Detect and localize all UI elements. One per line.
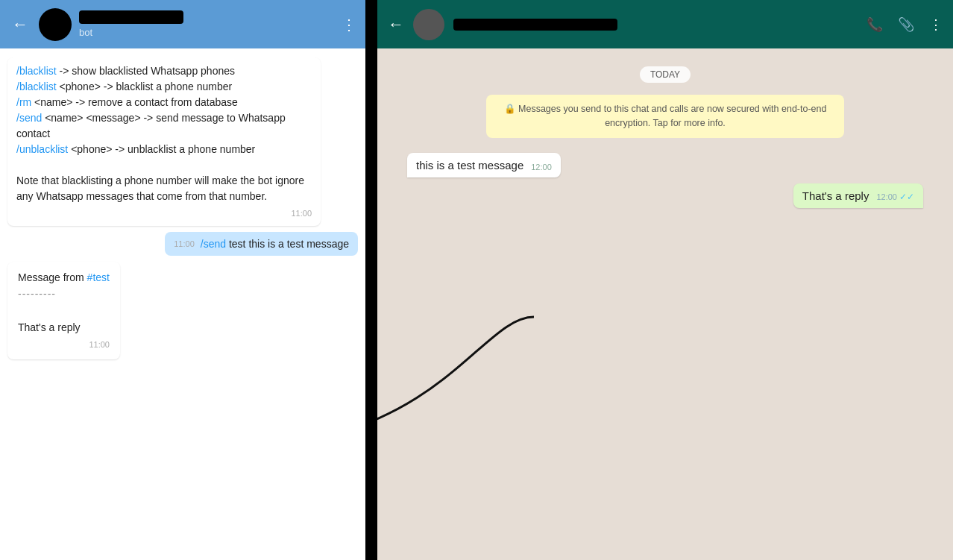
wa-outgoing-time: 12:00 ✓✓ xyxy=(876,192,914,202)
wa-more-options-icon[interactable]: ⋮ xyxy=(929,16,943,33)
send-cmd-part: /send xyxy=(201,238,226,250)
wa-back-button[interactable]: ← xyxy=(388,15,404,34)
from-name: #test xyxy=(87,271,110,283)
left-messages-list: /blacklist -> show blacklisted Whatsapp … xyxy=(0,48,365,560)
wa-incoming-time: 12:00 xyxy=(531,163,552,172)
msg-user-content: /send test this is a test message xyxy=(201,238,349,250)
wa-contact-name-bar xyxy=(453,19,617,31)
cmd-unblacklist: /unblacklist xyxy=(16,143,68,155)
from-prefix: Message from xyxy=(18,271,87,283)
wa-messages-wrapper: TODAY 🔒 Messages you send to this chat a… xyxy=(377,48,953,560)
wa-messages-list: TODAY 🔒 Messages you send to this chat a… xyxy=(377,48,953,560)
help-line-3: /rm <name> -> remove a contact from data… xyxy=(16,95,312,110)
back-button[interactable]: ← xyxy=(9,12,31,37)
help-line-2: /blacklist <phone> -> blacklist a phone … xyxy=(16,79,312,95)
send-text-part: test this is a test message xyxy=(226,238,349,250)
wa-header-actions: 📞 📎 ⋮ xyxy=(866,16,943,33)
right-panel: ← 📞 📎 ⋮ TODAY 🔒 Messages you s xyxy=(377,0,953,560)
from-line: Message from #test xyxy=(18,269,110,286)
attach-icon[interactable]: 📎 xyxy=(898,16,914,33)
left-panel: ← bot ⋮ /blacklist -> show blacklisted W… xyxy=(0,0,365,560)
help-text-5: <phone> -> unblacklist a phone number xyxy=(71,143,255,155)
cmd-blacklist-1: /blacklist xyxy=(16,65,57,77)
help-line-5: /unblacklist <phone> -> unblacklist a ph… xyxy=(16,142,312,157)
more-options-icon[interactable]: ⋮ xyxy=(342,16,356,34)
bot-label: bot xyxy=(79,27,334,38)
cmd-send: /send xyxy=(16,112,42,124)
center-divider xyxy=(365,0,377,560)
wa-header: ← 📞 📎 ⋮ xyxy=(377,0,953,48)
call-icon[interactable]: 📞 xyxy=(866,16,883,33)
reply-separator: --------- xyxy=(18,286,110,302)
encryption-notice: 🔒 Messages you send to this chat and cal… xyxy=(486,95,844,138)
header-actions: ⋮ xyxy=(342,16,356,34)
bot-help-message: /blacklist -> show blacklisted Whatsapp … xyxy=(7,57,321,226)
help-text-4: <name> <message> -> send message to What… xyxy=(16,112,286,139)
reply-text: That's a reply xyxy=(18,319,110,336)
help-text-2: <phone> -> blacklist a phone number xyxy=(60,81,233,92)
wa-incoming-message: this is a test message 12:00 xyxy=(407,153,561,177)
reply-time: 11:00 xyxy=(18,339,110,352)
msg-user-time: 11:00 xyxy=(174,239,195,248)
note-text: Note that blacklisting a phone number wi… xyxy=(16,173,312,204)
received-reply-message: Message from #test --------- That's a re… xyxy=(7,262,120,359)
date-badge: TODAY xyxy=(640,66,691,83)
header-name-bar xyxy=(79,10,183,24)
cmd-rm: /rm xyxy=(16,96,31,108)
left-header: ← bot ⋮ xyxy=(0,0,365,48)
wa-outgoing-text: That's a reply xyxy=(802,189,869,202)
bot-avatar xyxy=(39,8,72,41)
double-check-icon: ✓✓ xyxy=(899,192,914,202)
send-command-message: 11:00 /send test this is a test message xyxy=(165,232,358,256)
header-name-area: bot xyxy=(79,10,334,38)
wa-incoming-text: this is a test message xyxy=(416,159,523,172)
wa-outgoing-message: That's a reply 12:00 ✓✓ xyxy=(793,183,923,208)
wa-contact-avatar xyxy=(413,9,444,40)
help-msg-time: 11:00 xyxy=(16,207,312,220)
help-line-1: /blacklist -> show blacklisted Whatsapp … xyxy=(16,63,312,79)
help-text-3: <name> -> remove a contact from database xyxy=(34,96,238,108)
help-line-4: /send <name> <message> -> send message t… xyxy=(16,110,312,142)
wa-header-name xyxy=(453,19,858,31)
help-text-1: -> show blacklisted Whatsapp phones xyxy=(60,65,235,77)
cmd-blacklist-2: /blacklist xyxy=(16,81,57,92)
